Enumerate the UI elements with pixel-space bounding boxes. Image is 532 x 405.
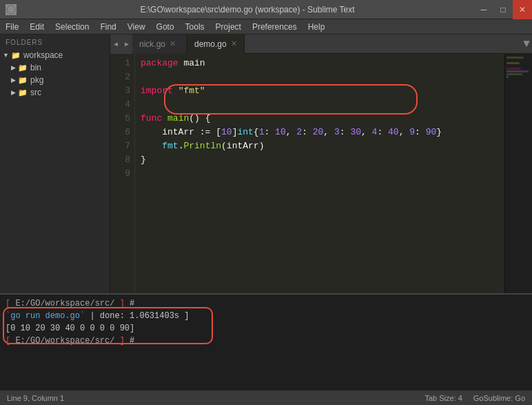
tab-nick-go-label: nick.go <box>139 39 165 49</box>
tab-demo-go-label: demo.go <box>194 39 227 49</box>
tab-size: Tab Size: 4 <box>424 394 462 402</box>
arrow-icon: ▼ <box>3 52 9 59</box>
terminal-wrapper: [ E:/GO/workspace/src/ ] # `go run demo.… <box>0 293 532 390</box>
folder-label: pkg <box>30 75 43 85</box>
tab-demo-go-close[interactable]: ✕ <box>231 39 237 48</box>
menu-project[interactable]: Project <box>210 19 247 34</box>
cursor-position: Line 9, Column 1 <box>7 394 64 402</box>
svg-point-0 <box>7 6 15 14</box>
code-line-1: package main <box>141 57 499 70</box>
terminal-bracket: [ <box>6 299 15 308</box>
maximize-button[interactable]: □ <box>493 0 513 19</box>
terminal-cmd: `go run demo.go` <box>6 311 85 321</box>
menu-file[interactable]: File <box>0 19 24 34</box>
line-numbers: 1 2 3 4 5 6 7 8 9 <box>110 54 135 293</box>
menu-goto[interactable]: Goto <box>151 19 180 34</box>
terminal-prompt: # <box>125 299 134 308</box>
status-bar: Line 9, Column 1 Tab Size: 4 GoSublime: … <box>0 390 532 405</box>
sidebar-item-src[interactable]: ▶ 📁 src <box>0 86 110 99</box>
content-area: FOLDERS ▼ 📁 workspace ▶ 📁 bin ▶ 📁 pkg ▶ … <box>0 34 532 293</box>
menu-bar: File Edit Selection Find View Goto Tools… <box>0 19 532 34</box>
minimize-button[interactable]: ─ <box>474 0 493 19</box>
sidebar-item-bin[interactable]: ▶ 📁 bin <box>0 61 110 74</box>
editor-area: ◀ ▶ nick.go ✕ demo.go ✕ ▼ 1 2 3 <box>110 34 532 293</box>
tab-prev-button[interactable]: ◀ <box>110 34 121 54</box>
terminal-line-1: [ E:/GO/workspace/src/ ] # <box>6 297 526 310</box>
line-num-2: 2 <box>113 70 130 84</box>
line-num-8: 8 <box>113 153 130 167</box>
tab-bar: ◀ ▶ nick.go ✕ demo.go ✕ ▼ <box>110 34 532 54</box>
terminal-path2: E:/GO/workspace/src/ <box>15 336 114 346</box>
folder-icon: 📁 <box>11 51 21 60</box>
code-line-7: fmt.Println(intArr) <box>141 139 499 153</box>
line-num-5: 5 <box>113 112 130 126</box>
folder-label: workspace <box>23 50 63 60</box>
tab-demo-go[interactable]: demo.go ✕ <box>187 34 245 54</box>
tab-dropdown-button[interactable]: ▼ <box>521 34 532 54</box>
sidebar-item-pkg[interactable]: ▶ 📁 pkg <box>0 74 110 86</box>
code-line-3: import "fmt" <box>141 84 499 98</box>
menu-selection[interactable]: Selection <box>50 19 94 34</box>
go-sublime: GoSublime: Go <box>473 394 525 402</box>
menu-help[interactable]: Help <box>303 19 331 34</box>
code-editor: 1 2 3 4 5 6 7 8 9 package main import "f… <box>110 54 532 293</box>
sidebar-header: FOLDERS <box>0 34 110 49</box>
terminal-done: | done: 1.0631403s ] <box>85 311 189 321</box>
terminal-output: [0 10 20 30 40 0 0 0 0 90] <box>6 324 134 333</box>
tab-nick-go[interactable]: nick.go ✕ <box>132 34 187 54</box>
status-right: Tab Size: 4 GoSublime: Go <box>424 394 525 402</box>
code-line-5: func main() { <box>141 112 499 126</box>
menu-edit[interactable]: Edit <box>24 19 50 34</box>
folder-icon: 📁 <box>18 63 28 72</box>
main-layout: FOLDERS ▼ 📁 workspace ▶ 📁 bin ▶ 📁 pkg ▶ … <box>0 34 532 390</box>
menu-view[interactable]: View <box>122 19 151 34</box>
terminal[interactable]: [ E:/GO/workspace/src/ ] # `go run demo.… <box>0 293 532 390</box>
line-num-7: 7 <box>113 139 130 153</box>
tab-next-button[interactable]: ▶ <box>121 34 132 54</box>
line-num-3: 3 <box>113 84 130 98</box>
terminal-line-2: `go run demo.go` | done: 1.0631403s ] <box>6 310 526 322</box>
terminal-line-4: [ E:/GO/workspace/src/ ] # <box>6 335 526 347</box>
folder-label: bin <box>30 63 41 72</box>
line-num-1: 1 <box>113 57 130 70</box>
sidebar-item-workspace[interactable]: ▼ 📁 workspace <box>0 49 110 61</box>
code-line-6: intArr := [10]int{1: 10, 2: 20, 3: 30, 4… <box>141 126 499 139</box>
code-line-2 <box>141 70 499 84</box>
terminal-bracket-end: ] <box>114 299 124 308</box>
code-line-4 <box>141 98 499 112</box>
menu-find[interactable]: Find <box>94 19 121 34</box>
tab-nick-go-close[interactable]: ✕ <box>170 39 176 48</box>
line-num-6: 6 <box>113 126 130 139</box>
folder-icon: 📁 <box>18 88 28 97</box>
window-controls: ─ □ ✕ <box>474 0 532 19</box>
arrow-icon: ▶ <box>11 64 16 71</box>
folder-label: src <box>30 88 41 97</box>
arrow-icon: ▶ <box>11 77 16 83</box>
terminal-content: [ E:/GO/workspace/src/ ] # `go run demo.… <box>0 295 532 350</box>
app-icon <box>6 4 17 15</box>
terminal-prompt2: # <box>125 336 134 346</box>
terminal-bracket2-end: ] <box>114 336 124 346</box>
code-line-9 <box>141 167 499 181</box>
menu-preferences[interactable]: Preferences <box>247 19 303 34</box>
status-left: Line 9, Column 1 <box>7 394 64 402</box>
code-line-8: } <box>141 153 499 167</box>
line-num-9: 9 <box>113 167 130 181</box>
line-num-4: 4 <box>113 98 130 112</box>
terminal-path: E:/GO/workspace/src/ <box>15 299 114 308</box>
window-title: E:\GO\workspace\src\demo.go (workspace) … <box>21 5 474 14</box>
code-content[interactable]: package main import "fmt" func main() { … <box>135 54 504 293</box>
arrow-icon: ▶ <box>11 89 16 96</box>
terminal-bracket2: [ <box>6 336 15 346</box>
close-button[interactable]: ✕ <box>513 0 532 19</box>
minimap <box>504 54 532 293</box>
folder-icon: 📁 <box>18 76 28 85</box>
terminal-line-3: [0 10 20 30 40 0 0 0 0 90] <box>6 322 526 335</box>
title-bar: E:\GO\workspace\src\demo.go (workspace) … <box>0 0 532 19</box>
menu-tools[interactable]: Tools <box>180 19 210 34</box>
sidebar: FOLDERS ▼ 📁 workspace ▶ 📁 bin ▶ 📁 pkg ▶ … <box>0 34 110 293</box>
